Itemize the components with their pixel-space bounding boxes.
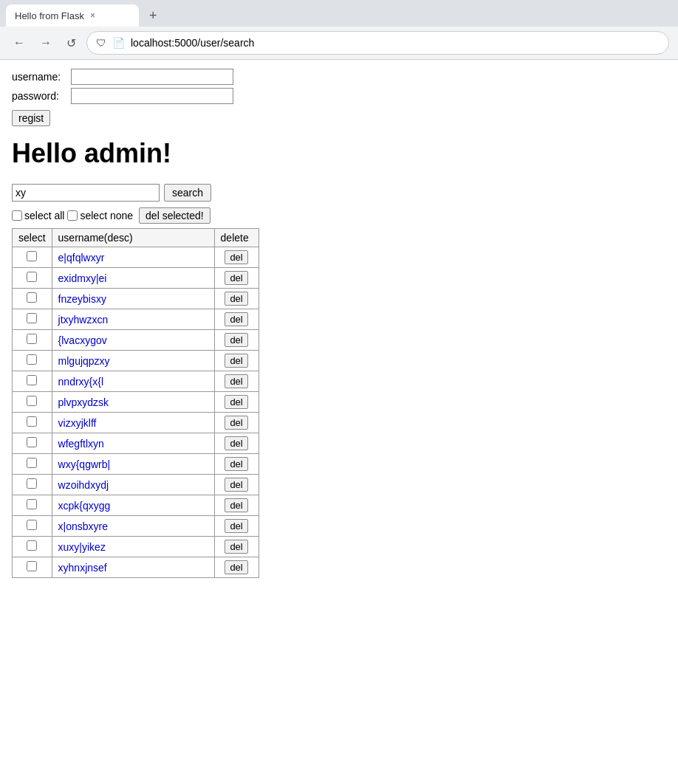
table-row: plvpxydzskdel	[13, 392, 259, 413]
del-button-1[interactable]: del	[225, 271, 247, 285]
table-row: jtxyhwzxcndel	[13, 309, 259, 330]
row-checkbox-4[interactable]	[27, 334, 37, 344]
username-link[interactable]: xuxy|yikez	[58, 541, 106, 553]
username-link[interactable]: fnzeybisxy	[58, 293, 106, 305]
row-checkbox-10[interactable]	[27, 458, 37, 468]
username-link[interactable]: e|qfqlwxyr	[58, 252, 105, 264]
username-link[interactable]: x|onsbxyre	[58, 520, 108, 532]
username-cell: nndrxy{x{l	[52, 371, 214, 392]
select-all-label[interactable]: select all	[12, 210, 64, 221]
delete-cell: del	[214, 351, 258, 371]
del-button-4[interactable]: del	[225, 333, 247, 347]
username-input[interactable]	[71, 69, 233, 85]
row-checkbox-2[interactable]	[27, 292, 37, 303]
row-checkbox-9[interactable]	[27, 437, 37, 447]
row-checkbox-7[interactable]	[27, 396, 37, 406]
delete-cell: del	[214, 433, 258, 454]
username-link[interactable]: nndrxy{x{l	[58, 376, 103, 388]
row-checkbox-15[interactable]	[27, 561, 37, 571]
row-checkbox-13[interactable]	[27, 520, 37, 530]
table-row: wzoihdxydjdel	[13, 475, 259, 495]
username-cell: jtxyhwzxcn	[52, 309, 214, 330]
password-label: password:	[12, 90, 71, 102]
username-row: username:	[12, 69, 666, 85]
row-checkbox-8[interactable]	[27, 416, 37, 427]
row-checkbox-12[interactable]	[27, 499, 37, 509]
checkbox-cell	[13, 475, 52, 495]
table-row: x|onsbxyredel	[13, 516, 259, 537]
username-label: username:	[12, 71, 71, 83]
username-link[interactable]: exidmxy|ei	[58, 272, 107, 284]
username-cell: {lvacxygov	[52, 330, 214, 351]
del-button-5[interactable]: del	[225, 354, 247, 368]
del-button-14[interactable]: del	[225, 540, 247, 554]
username-cell: exidmxy|ei	[52, 268, 214, 289]
checkbox-cell	[13, 516, 52, 537]
row-checkbox-14[interactable]	[27, 540, 37, 551]
shield-icon: 🛡	[96, 37, 106, 49]
row-checkbox-0[interactable]	[27, 251, 37, 261]
del-button-2[interactable]: del	[225, 292, 247, 306]
username-link[interactable]: mlgujqpzxy	[58, 355, 110, 367]
back-button[interactable]: ←	[9, 33, 30, 52]
username-link[interactable]: xyhnxjnsef	[58, 562, 107, 574]
col-delete: delete	[214, 229, 258, 247]
username-link[interactable]: wzoihdxydj	[58, 479, 109, 491]
search-bar: search	[12, 184, 666, 202]
delete-cell: del	[214, 475, 258, 495]
username-link[interactable]: xcpk{qxygg	[58, 500, 111, 512]
search-input[interactable]	[12, 184, 160, 202]
col-select: select	[13, 229, 52, 247]
del-selected-button[interactable]: del selected!	[139, 207, 210, 224]
del-button-10[interactable]: del	[225, 457, 247, 471]
row-checkbox-11[interactable]	[27, 478, 37, 489]
del-button-11[interactable]: del	[225, 478, 247, 492]
checkbox-cell	[13, 289, 52, 309]
select-none-checkbox[interactable]	[67, 210, 78, 221]
del-button-3[interactable]: del	[225, 312, 247, 326]
del-button-8[interactable]: del	[225, 416, 247, 430]
checkbox-cell	[13, 495, 52, 516]
search-button[interactable]: search	[164, 184, 211, 202]
tab-close-icon[interactable]: ×	[90, 10, 95, 21]
del-button-13[interactable]: del	[225, 519, 247, 533]
select-none-label[interactable]: select none	[67, 210, 133, 221]
delete-cell: del	[214, 330, 258, 351]
table-row: {lvacxygovdel	[13, 330, 259, 351]
reload-button[interactable]: ↺	[62, 33, 81, 53]
username-link[interactable]: {lvacxygov	[58, 334, 107, 346]
delete-cell: del	[214, 371, 258, 392]
select-all-checkbox[interactable]	[12, 210, 22, 221]
delete-cell: del	[214, 289, 258, 309]
checkbox-cell	[13, 454, 52, 475]
username-link[interactable]: vizxyjklff	[58, 417, 97, 429]
del-button-15[interactable]: del	[225, 560, 247, 574]
active-tab[interactable]: Hello from Flask ×	[6, 4, 139, 27]
password-input[interactable]	[71, 88, 233, 104]
address-bar[interactable]: 🛡 📄 localhost:5000/user/search	[86, 31, 669, 55]
table-header-row: select username(desc) delete	[13, 229, 259, 247]
browser-chrome: Hello from Flask × + ← → ↺ 🛡 📄 localhost…	[0, 0, 678, 60]
del-button-7[interactable]: del	[225, 395, 247, 409]
checkbox-cell	[13, 247, 52, 268]
delete-cell: del	[214, 392, 258, 413]
forward-button[interactable]: →	[35, 33, 56, 52]
del-button-0[interactable]: del	[225, 250, 247, 264]
row-checkbox-3[interactable]	[27, 313, 37, 323]
row-checkbox-1[interactable]	[27, 272, 37, 282]
row-checkbox-6[interactable]	[27, 375, 37, 385]
new-tab-icon[interactable]: +	[145, 8, 162, 24]
username-link[interactable]: plvpxydzsk	[58, 396, 109, 408]
table-row: xcpk{qxyggdel	[13, 495, 259, 516]
username-link[interactable]: wfegftlxyn	[58, 438, 104, 450]
del-button-6[interactable]: del	[225, 374, 247, 388]
username-link[interactable]: wxy{qgwrb|	[58, 458, 111, 470]
user-table: select username(desc) delete e|qfqlwxyrd…	[12, 228, 259, 578]
del-button-9[interactable]: del	[225, 436, 247, 450]
hello-heading: Hello admin!	[12, 138, 666, 169]
del-button-12[interactable]: del	[225, 498, 247, 512]
regist-button[interactable]: regist	[12, 110, 50, 126]
username-link[interactable]: jtxyhwzxcn	[58, 314, 109, 326]
checkbox-cell	[13, 268, 52, 289]
row-checkbox-5[interactable]	[27, 354, 37, 365]
